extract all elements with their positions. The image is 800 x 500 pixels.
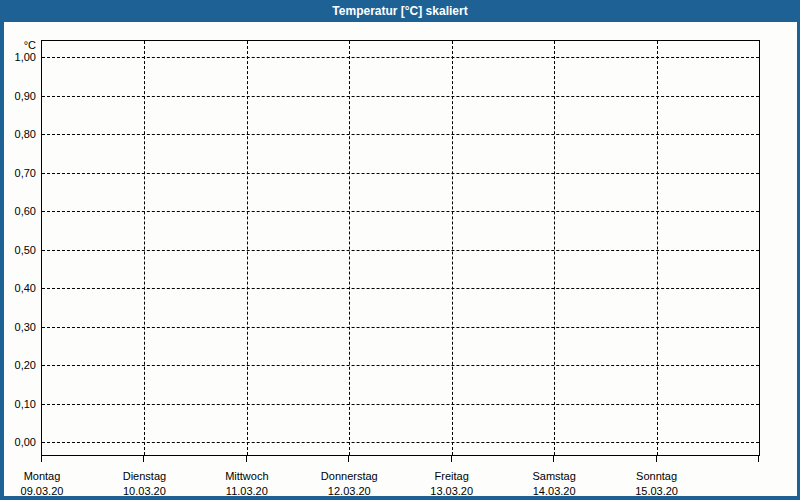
x-day-label: Montag (0, 469, 94, 483)
y-tick-label: 0,30 (0, 320, 36, 334)
x-day-label: Samstag (502, 469, 606, 483)
v-gridline (247, 41, 248, 455)
h-gridline (42, 211, 759, 212)
y-tick-label: 0,80 (0, 127, 36, 141)
v-gridline (554, 41, 555, 455)
x-axis-tick (451, 455, 452, 462)
v-gridline (144, 41, 145, 455)
x-day-label: Dienstag (92, 469, 196, 483)
y-tick-label: 0,90 (0, 89, 36, 103)
x-date-label: 14.03.20 (502, 484, 606, 498)
v-gridline (657, 41, 658, 455)
x-axis-tick (246, 455, 247, 462)
h-gridline (42, 327, 759, 328)
y-tick-label: 0,10 (0, 397, 36, 411)
h-gridline (42, 173, 759, 174)
x-axis-tick (758, 455, 759, 462)
x-axis-tick (348, 455, 349, 462)
x-day-label: Mittwoch (195, 469, 299, 483)
h-gridline (42, 365, 759, 366)
y-tick-label: 0,50 (0, 243, 36, 257)
x-date-label: 15.03.20 (605, 484, 709, 498)
chart-window: Temperatur [°C] skaliert °C 1,000,900,80… (0, 0, 800, 500)
plot-area (41, 40, 760, 456)
y-tick-label: 0,60 (0, 204, 36, 218)
x-day-label: Sonntag (605, 469, 709, 483)
x-date-label: 11.03.20 (195, 484, 299, 498)
x-day-label: Donnerstag (297, 469, 401, 483)
x-date-label: 10.03.20 (92, 484, 196, 498)
h-gridline (42, 96, 759, 97)
x-axis-tick (553, 455, 554, 462)
y-tick-label: 0,20 (0, 358, 36, 372)
x-axis-tick (41, 455, 42, 462)
x-axis-tick (143, 455, 144, 462)
x-day-label: Freitag (400, 469, 504, 483)
v-gridline (349, 41, 350, 455)
y-tick-label: 0,00 (0, 435, 36, 449)
x-date-label: 09.03.20 (0, 484, 94, 498)
h-gridline (42, 404, 759, 405)
h-gridline (42, 442, 759, 443)
y-tick-label: 0,40 (0, 281, 36, 295)
x-date-label: 12.03.20 (297, 484, 401, 498)
x-date-label: 13.03.20 (400, 484, 504, 498)
v-gridline (452, 41, 453, 455)
h-gridline (42, 57, 759, 58)
y-tick-label: 0,70 (0, 166, 36, 180)
h-gridline (42, 288, 759, 289)
y-tick-label: 1,00 (0, 50, 36, 64)
x-axis-tick (656, 455, 657, 462)
chart-area: °C 1,000,900,800,700,600,500,400,300,200… (0, 0, 800, 500)
h-gridline (42, 134, 759, 135)
h-gridline (42, 250, 759, 251)
